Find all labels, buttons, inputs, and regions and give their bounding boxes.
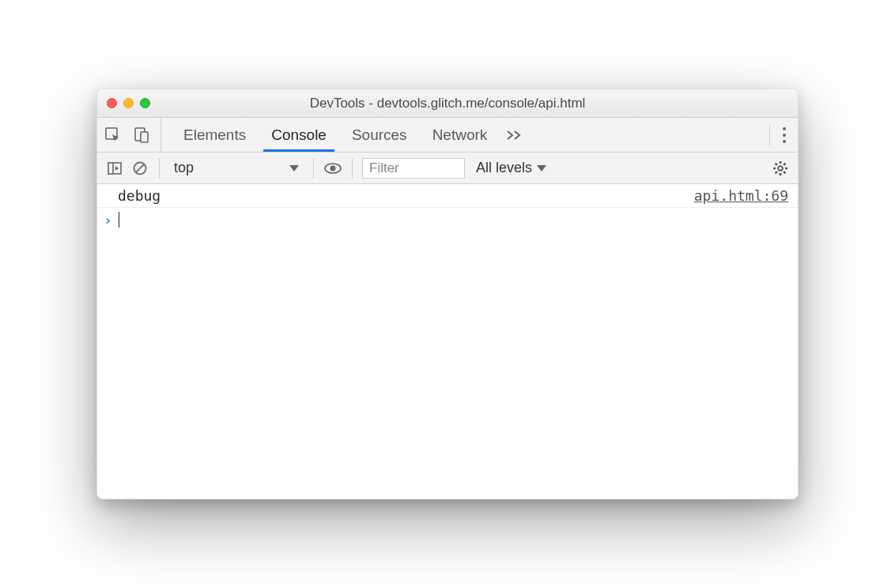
- console-toolbar: top All levels: [97, 153, 798, 184]
- level-label: All levels: [476, 160, 532, 176]
- log-level-select[interactable]: All levels: [471, 160, 551, 176]
- live-expression-icon[interactable]: [323, 159, 342, 178]
- console-settings-icon[interactable]: [771, 159, 790, 178]
- window-close-button[interactable]: [107, 98, 117, 108]
- separator: [313, 158, 314, 179]
- titlebar: DevTools - devtools.glitch.me/console/ap…: [97, 89, 798, 118]
- window-maximize-button[interactable]: [140, 98, 150, 108]
- tab-sources[interactable]: Sources: [339, 118, 420, 152]
- tab-console[interactable]: Console: [259, 118, 339, 152]
- tabbar: Elements Console Sources Network: [97, 118, 798, 153]
- svg-point-8: [330, 165, 336, 171]
- svg-rect-3: [108, 163, 121, 174]
- execution-context-select[interactable]: top: [169, 160, 304, 176]
- separator: [159, 158, 160, 179]
- svg-line-15: [776, 172, 777, 173]
- window-title: DevTools - devtools.glitch.me/console/ap…: [310, 96, 586, 111]
- tab-network[interactable]: Network: [420, 118, 500, 152]
- tabbar-right: [769, 118, 791, 152]
- menu-icon[interactable]: [769, 124, 785, 146]
- svg-line-16: [784, 163, 785, 164]
- traffic-lights: [97, 98, 150, 108]
- log-message: debug: [118, 187, 160, 204]
- chevron-down-icon: [537, 165, 546, 172]
- console-sidebar-toggle-icon[interactable]: [105, 159, 124, 178]
- tabbar-left-tools: [104, 118, 161, 152]
- log-source-link[interactable]: api.html:69: [694, 187, 788, 204]
- svg-line-6: [136, 164, 144, 172]
- devtools-window: DevTools - devtools.glitch.me/console/ap…: [96, 89, 799, 499]
- log-entry: debug api.html:69: [97, 184, 798, 208]
- cursor: [119, 212, 119, 228]
- svg-line-13: [776, 163, 777, 164]
- clear-console-icon[interactable]: [130, 159, 149, 178]
- console-prompt[interactable]: ›: [97, 208, 798, 232]
- svg-line-14: [784, 172, 785, 173]
- inspect-element-icon[interactable]: [104, 126, 123, 145]
- tab-elements[interactable]: Elements: [171, 118, 259, 152]
- chevron-down-icon: [289, 165, 299, 172]
- filter-input[interactable]: [362, 158, 465, 179]
- separator: [352, 158, 353, 179]
- more-tabs-icon[interactable]: [500, 118, 530, 152]
- device-toggle-icon[interactable]: [132, 126, 151, 145]
- console-output[interactable]: debug api.html:69 ›: [97, 184, 798, 499]
- window-minimize-button[interactable]: [123, 98, 134, 108]
- svg-rect-2: [141, 132, 148, 142]
- context-label: top: [174, 160, 194, 176]
- prompt-chevron-icon: ›: [104, 212, 119, 228]
- panel-tabs: Elements Console Sources Network: [161, 118, 530, 152]
